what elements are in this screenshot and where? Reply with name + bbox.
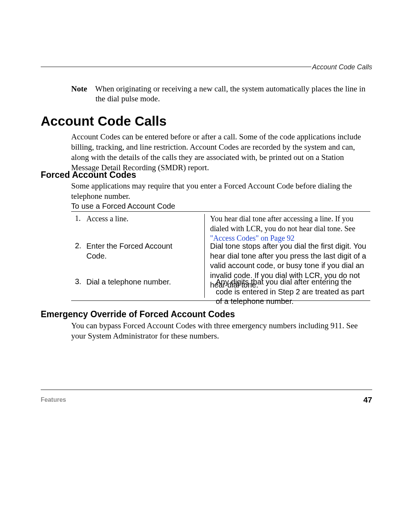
step-result: Any digits that you dial after entering … <box>216 277 368 307</box>
step-action: Enter the Forced Account Code. <box>86 241 185 261</box>
step-action: Dial a telephone number. <box>86 277 185 287</box>
step-number: 2. <box>75 241 81 250</box>
note-text-line2: the dial pulse mode. <box>96 94 372 104</box>
step-result-text: You hear dial tone after accessing a lin… <box>210 214 355 233</box>
note-label: Note <box>71 84 93 94</box>
page: Account Code Calls Note When originating… <box>41 0 372 532</box>
note-block: Note When originating or receiving a new… <box>71 84 372 104</box>
emergency-body: You can bypass Forced Account Codes with… <box>71 321 368 341</box>
emergency-heading: Emergency Override of Forced Account Cod… <box>41 309 235 320</box>
page-number: 47 <box>363 395 372 404</box>
note-text-line1: When originating or receiving a new call… <box>95 84 365 93</box>
step-number: 1. <box>75 214 81 223</box>
table-rule-vert <box>204 214 205 298</box>
footer-rule <box>41 390 372 390</box>
table-rule-top <box>71 211 370 212</box>
section-intro: Account Codes can be entered before or a… <box>71 132 368 173</box>
running-header: Account Code Calls <box>41 63 372 71</box>
forced-heading: Forced Account Codes <box>41 170 136 180</box>
footer-section: Features <box>41 396 66 403</box>
step-action: Access a line. <box>86 214 185 224</box>
section-title: Account Code Calls <box>41 113 167 129</box>
cross-reference-link[interactable]: "Access Codes" on Page 92 <box>210 234 295 242</box>
step-number: 3. <box>75 277 81 286</box>
step-result: You hear dial tone after accessing a lin… <box>210 214 368 243</box>
procedure-title: To use a Forced Account Code <box>71 202 175 211</box>
forced-intro: Some applications may require that you e… <box>71 181 368 201</box>
